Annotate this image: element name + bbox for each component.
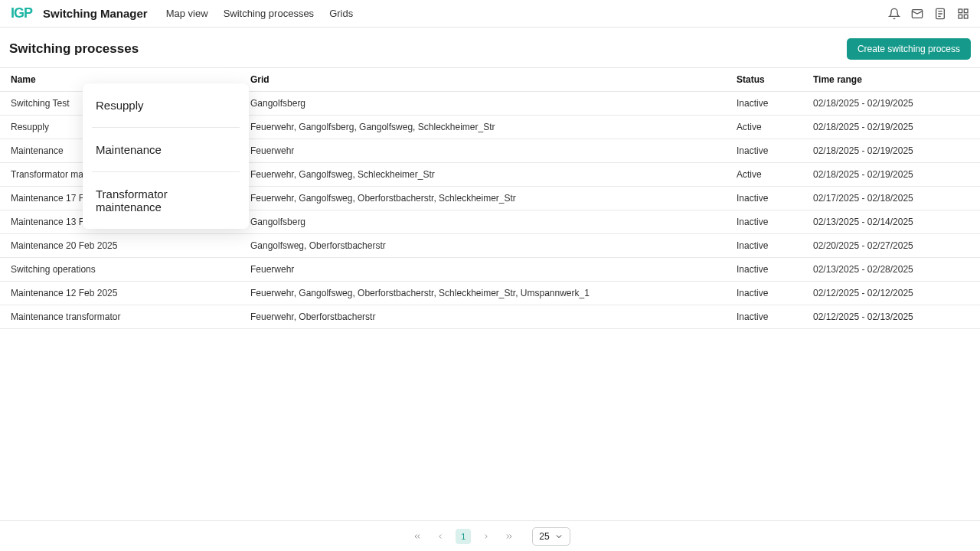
cell-name: Maintenance 20 Feb 2025: [11, 240, 250, 251]
table-row[interactable]: Maintenance 20 Feb 2025 Gangolfsweg, Obe…: [0, 234, 980, 258]
cell-grid: Gangolfsberg: [250, 217, 737, 227]
cell-time: 02/18/2025 - 02/19/2025: [813, 169, 969, 180]
col-header-time[interactable]: Time range: [813, 74, 969, 85]
cell-time: 02/13/2025 - 02/28/2025: [813, 264, 969, 275]
menu-item-maintenance[interactable]: Maintenance: [83, 128, 249, 171]
cell-time: 02/13/2025 - 02/14/2025: [813, 217, 969, 227]
svg-rect-3: [964, 9, 968, 13]
cell-grid: Feuerwehr, Gangolfsweg, Schleckheimer_St…: [250, 169, 737, 180]
cell-time: 02/12/2025 - 02/12/2025: [813, 288, 969, 298]
cell-status: Inactive: [737, 193, 813, 204]
cell-status: Inactive: [737, 145, 813, 156]
cell-name: Maintenance 12 Feb 2025: [11, 288, 250, 298]
create-switching-process-button[interactable]: Create switching process: [847, 38, 971, 60]
cell-grid: Feuerwehr, Gangolfsberg, Gangolfsweg, Sc…: [250, 122, 737, 132]
table-row[interactable]: Maintenance transformator Feuerwehr, Obe…: [0, 305, 980, 329]
cell-grid: Gangolfsweg, Oberforstbacherstr: [250, 240, 737, 251]
cell-status: Inactive: [737, 264, 813, 275]
cell-name: Switching operations: [11, 264, 250, 275]
cell-time: 02/18/2025 - 02/19/2025: [813, 145, 969, 156]
cell-status: Inactive: [737, 311, 813, 322]
topbar: IGP Switching Manager Map view Switching…: [0, 0, 980, 28]
cell-grid: Feuerwehr, Oberforstbacherstr: [250, 311, 737, 322]
topbar-actions: [888, 8, 969, 20]
notes-icon[interactable]: [934, 8, 946, 20]
page-title: Switching processes: [9, 41, 139, 57]
nav-map-view[interactable]: Map view: [166, 8, 208, 19]
table-row[interactable]: Maintenance 12 Feb 2025 Feuerwehr, Gango…: [0, 282, 980, 305]
cell-grid: Feuerwehr: [250, 145, 737, 156]
cell-grid: Feuerwehr: [250, 264, 737, 275]
app-title: Switching Manager: [43, 7, 148, 20]
nav-switching-processes[interactable]: Switching processes: [224, 8, 315, 19]
cell-status: Inactive: [737, 98, 813, 109]
svg-rect-2: [959, 9, 962, 13]
cell-status: Active: [737, 169, 813, 180]
table-row[interactable]: Switching operations Feuerwehr Inactive …: [0, 258, 980, 282]
cell-time: 02/17/2025 - 02/18/2025: [813, 193, 969, 204]
svg-rect-4: [959, 15, 962, 18]
cell-time: 02/18/2025 - 02/19/2025: [813, 122, 969, 132]
bell-icon[interactable]: [888, 8, 900, 20]
nav: Map view Switching processes Grids: [166, 8, 353, 19]
cell-grid: Feuerwehr, Gangolfsweg, Oberforstbachers…: [250, 193, 737, 204]
cell-status: Inactive: [737, 288, 813, 298]
svg-rect-5: [964, 15, 968, 18]
col-header-grid[interactable]: Grid: [250, 74, 737, 85]
nav-grids[interactable]: Grids: [329, 8, 353, 19]
mail-icon[interactable]: [911, 8, 923, 20]
apps-icon[interactable]: [957, 8, 969, 20]
cell-status: Inactive: [737, 217, 813, 227]
menu-item-transformator-maintenance[interactable]: Transformator maintenance: [83, 172, 249, 229]
cell-grid: Feuerwehr, Gangolfsweg, Oberforstbachers…: [250, 288, 737, 298]
brand-logo: IGP: [11, 5, 32, 21]
menu-item-resupply[interactable]: Resupply: [83, 83, 249, 127]
cell-status: Active: [737, 122, 813, 132]
cell-status: Inactive: [737, 240, 813, 251]
context-menu: Resupply Maintenance Transformator maint…: [83, 83, 249, 229]
cell-grid: Gangolfsberg: [250, 98, 737, 109]
page-header: Switching processes Create switching pro…: [0, 28, 980, 68]
cell-time: 02/12/2025 - 02/13/2025: [813, 311, 969, 322]
cell-name: Maintenance transformator: [11, 311, 250, 322]
cell-time: 02/20/2025 - 02/27/2025: [813, 240, 969, 251]
cell-time: 02/18/2025 - 02/19/2025: [813, 98, 969, 109]
col-header-status[interactable]: Status: [737, 74, 813, 85]
